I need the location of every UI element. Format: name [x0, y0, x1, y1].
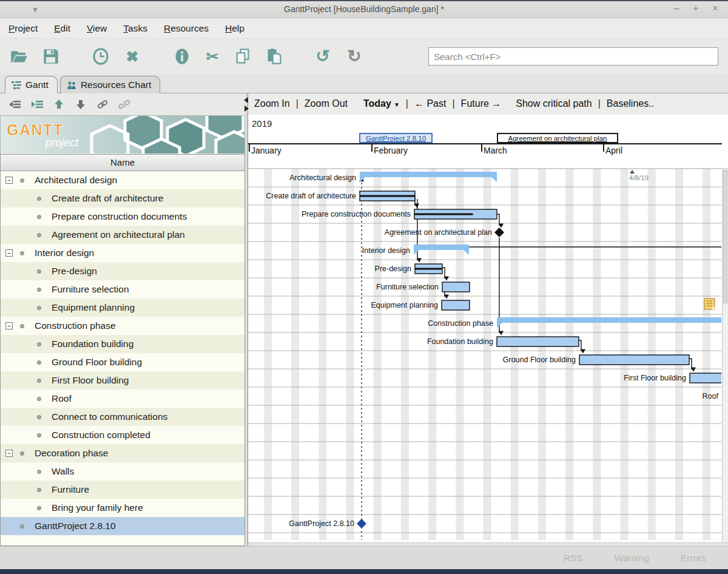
- tree-row[interactable]: Ground Floor building: [1, 353, 244, 371]
- summary-bar[interactable]: [414, 245, 469, 250]
- summary-bar[interactable]: [360, 172, 497, 177]
- tree-row[interactable]: Connect to communications: [1, 408, 244, 426]
- summary-end-hook: [491, 177, 497, 182]
- tree-row[interactable]: Agreement on architectural plan: [1, 226, 244, 244]
- scroll-future-button[interactable]: Future →: [461, 98, 502, 109]
- timescale-axis-line: [248, 143, 722, 144]
- maximize-button[interactable]: +: [690, 3, 701, 14]
- task-bar[interactable]: [497, 337, 579, 346]
- tab-resources-chart[interactable]: Resources Chart: [60, 76, 160, 93]
- save-file-button[interactable]: [41, 46, 61, 67]
- tree-row[interactable]: −Architectural design: [1, 171, 244, 189]
- task-bar[interactable]: [579, 355, 689, 365]
- task-bar[interactable]: [442, 300, 470, 310]
- tree-row[interactable]: GanttProject 2.8.10: [1, 517, 244, 535]
- vertical-scrollbar[interactable]: [722, 169, 728, 542]
- status-rss[interactable]: RSS: [564, 553, 583, 564]
- chart-timescale[interactable]: 2019 JanuaryFebruaryMarchAprilGanttProje…: [248, 115, 728, 169]
- window-bottom-edge: [0, 569, 728, 574]
- name-column-header[interactable]: Name: [0, 154, 245, 171]
- redo-button[interactable]: ↻: [345, 46, 364, 67]
- zoom-out-button[interactable]: Zoom Out: [305, 98, 348, 109]
- weekend-stripe: [703, 169, 710, 540]
- panel-splitter[interactable]: [245, 93, 248, 546]
- tree-row[interactable]: Roof: [1, 390, 244, 408]
- timeline-milestone-box[interactable]: GanttProject 2.8.10: [359, 133, 433, 143]
- link-tasks-button[interactable]: [96, 98, 109, 110]
- copy-button[interactable]: [233, 46, 252, 67]
- open-file-button[interactable]: [10, 46, 29, 67]
- search-input[interactable]: [428, 47, 718, 66]
- tree-row[interactable]: First Floor building: [1, 371, 244, 390]
- tree-row[interactable]: Pre-design: [1, 262, 244, 280]
- tab-gantt[interactable]: Gantt: [5, 76, 58, 93]
- tree-row[interactable]: Furniture: [1, 481, 244, 499]
- show-critical-path-button[interactable]: Show critical path: [516, 98, 592, 109]
- tree-row[interactable]: −Interior design: [1, 244, 244, 262]
- unlink-tasks-button[interactable]: [118, 98, 131, 110]
- task-name-label: Agreement on architectural plan: [52, 226, 185, 244]
- tree-row[interactable]: Bring your family here: [1, 499, 244, 517]
- chart-body[interactable]: Architectural designCreate draft of arch…: [248, 169, 728, 542]
- chart-task-label: Roof: [703, 392, 719, 400]
- task-bar[interactable]: [442, 282, 470, 292]
- status-errors[interactable]: Errors: [681, 553, 706, 564]
- milestone-diamond[interactable]: [494, 228, 504, 237]
- time-clock-button[interactable]: [91, 46, 110, 67]
- move-up-button[interactable]: [52, 98, 66, 110]
- menu-view[interactable]: View: [87, 23, 107, 34]
- scrollbar-thumb[interactable]: [723, 170, 727, 303]
- task-properties-button[interactable]: [172, 46, 192, 67]
- paste-button[interactable]: [265, 46, 284, 67]
- info-icon: [174, 48, 190, 65]
- menu-tasks[interactable]: Tasks: [123, 23, 147, 34]
- tree-row[interactable]: Equipment planning: [1, 299, 244, 317]
- weekend-stripe: [565, 169, 573, 540]
- baselines-button[interactable]: Baselines..: [607, 98, 654, 109]
- summary-bar[interactable]: [497, 317, 721, 323]
- task-bullet-icon: [37, 488, 41, 492]
- tree-row[interactable]: Foundation building: [1, 335, 244, 353]
- tree-row[interactable]: Construction completed: [1, 426, 244, 444]
- task-bar[interactable]: [690, 373, 721, 383]
- today-dropdown[interactable]: Today▼: [363, 98, 400, 109]
- task-name-label: Prepare construction documents: [52, 208, 187, 226]
- move-down-button[interactable]: [74, 98, 87, 110]
- expander-icon[interactable]: −: [5, 177, 13, 184]
- gantt-chart-canvas[interactable]: Architectural designCreate draft of arch…: [248, 169, 721, 540]
- zoom-in-button[interactable]: Zoom In: [254, 98, 290, 109]
- scissors-icon: ✂: [206, 49, 219, 64]
- delete-task-button[interactable]: ✖: [123, 46, 142, 67]
- undo-button[interactable]: ↺: [313, 46, 332, 67]
- menu-resources[interactable]: Resources: [164, 23, 209, 34]
- menu-project[interactable]: Project: [8, 23, 38, 34]
- expander-icon[interactable]: −: [5, 322, 13, 329]
- outdent-button[interactable]: [8, 98, 22, 110]
- status-bar: RSSWarningErrors: [0, 546, 728, 569]
- cut-button[interactable]: ✂: [203, 46, 222, 67]
- menu-edit[interactable]: Edit: [54, 23, 70, 34]
- minimize-button[interactable]: –: [671, 3, 682, 14]
- task-bullet-icon: [37, 379, 41, 383]
- tree-row[interactable]: Walls: [1, 462, 244, 481]
- tree-row[interactable]: Prepare construction documents: [1, 208, 244, 226]
- indent-button[interactable]: [30, 98, 44, 110]
- chart-toolbar: Zoom In | Zoom Out Today▼ | ← Past | Fut…: [248, 93, 728, 115]
- tree-row[interactable]: −Decoration phase: [1, 444, 244, 462]
- month-label: January: [249, 146, 281, 155]
- expander-icon[interactable]: −: [5, 249, 13, 257]
- splitter-collapse-icons[interactable]: [243, 97, 249, 113]
- task-name-label: Construction phase: [35, 317, 116, 335]
- scroll-past-button[interactable]: ← Past: [414, 98, 446, 109]
- tree-row[interactable]: Furniture selection: [1, 280, 244, 299]
- tree-row[interactable]: Create draft of architecture: [1, 189, 244, 208]
- timeline-milestone-box[interactable]: Agreement on architectural plan: [497, 133, 618, 143]
- tree-row[interactable]: −Construction phase: [1, 317, 244, 335]
- weekend-stripe: [428, 169, 436, 540]
- close-button[interactable]: ×: [710, 3, 721, 14]
- task-note-icon[interactable]: [704, 299, 715, 309]
- milestone-diamond[interactable]: [357, 519, 366, 528]
- status-warning[interactable]: Warning: [615, 553, 649, 564]
- menu-help[interactable]: Help: [225, 23, 244, 34]
- expander-icon[interactable]: −: [5, 450, 13, 457]
